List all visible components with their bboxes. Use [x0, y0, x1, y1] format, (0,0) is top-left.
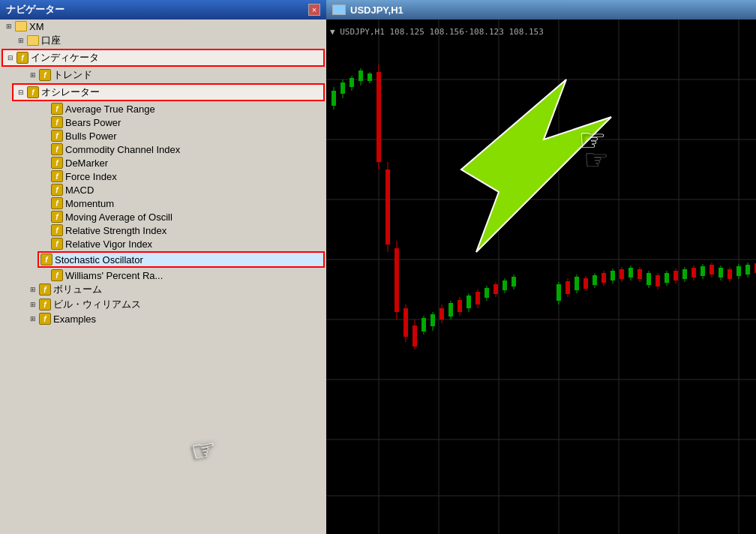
expand-icon-billwilliams: ⊞ [27, 298, 39, 310]
svg-rect-96 [718, 268, 723, 278]
item-label-rvi: Relative Vigor Index [65, 238, 152, 250]
tree-label-volume: ボリューム [53, 283, 102, 296]
navigator-titlebar: ナビゲーター × [0, 0, 326, 20]
list-item[interactable]: f Relative Strength Index [0, 224, 326, 237]
list-item[interactable]: f MACD [0, 183, 326, 196]
chart-icon [332, 4, 346, 15]
expand-icon-trend: ⊞ [27, 69, 39, 81]
tree-item-indicator[interactable]: ⊟ f インディケータ [2, 49, 325, 67]
stochastic-func-icon: f [40, 254, 52, 266]
item-func-icon: f [51, 197, 63, 209]
list-item[interactable]: f Momentum [0, 196, 326, 210]
list-item[interactable]: f Moving Average of Oscill [0, 210, 326, 224]
tree-label-billwilliams: ビル・ウィリアムス [53, 298, 141, 311]
svg-rect-18 [332, 91, 336, 106]
tree-label-xm: XM [29, 21, 44, 32]
list-item[interactable]: f Relative Vigor Index [0, 237, 326, 250]
item-label-mao: Moving Average of Oscill [65, 212, 172, 223]
svg-rect-38 [422, 318, 426, 332]
expand-icon-indicator: ⊟ [4, 52, 16, 64]
svg-rect-40 [430, 314, 435, 326]
svg-rect-42 [440, 308, 444, 320]
navigator-panel: ナビゲーター × ⊞ XM ⊞ 口座 ⊟ f インディケータ ⊞ f トレンド [0, 0, 326, 534]
tree-label-trend: トレンド [53, 68, 92, 82]
tree-item-oscillator[interactable]: ⊟ f オシレーター [12, 83, 325, 101]
svg-rect-56 [502, 280, 507, 290]
list-item[interactable]: f Bears Power [0, 116, 326, 129]
svg-rect-32 [394, 248, 399, 312]
svg-rect-92 [700, 266, 705, 276]
folder-icon-xm [15, 21, 27, 32]
svg-rect-72 [610, 271, 615, 280]
item-label-rsi: Relative Strength Index [65, 225, 166, 236]
list-item[interactable]: f Average True Range [0, 102, 326, 116]
tree-label-oscillator: オシレーター [41, 86, 100, 99]
tree-label-account: 口座 [41, 34, 61, 47]
svg-rect-74 [620, 269, 624, 279]
svg-rect-62 [566, 281, 570, 294]
svg-text:▼ USDJPY,H1  108.125 108.156·1: ▼ USDJPY,H1 108.125 108.156·108.123 108.… [330, 27, 544, 37]
item-func-icon: f [51, 130, 63, 142]
item-func-icon: f [51, 103, 63, 115]
item-label-momentum: Momentum [65, 198, 114, 209]
tree-label-examples: Examples [53, 314, 96, 325]
tree-item-volume[interactable]: ⊞ f ボリューム [0, 282, 326, 297]
svg-rect-76 [628, 268, 633, 278]
tree-item-stochastic[interactable]: f Stochastic Oscillator [38, 251, 325, 268]
svg-rect-84 [664, 273, 669, 283]
list-item[interactable]: f Force Index [0, 170, 326, 183]
svg-rect-28 [376, 72, 381, 162]
svg-rect-24 [358, 70, 363, 81]
item-func-icon: f [51, 211, 63, 223]
expand-icon-oscillator: ⊟ [15, 86, 27, 98]
item-func-icon: f [51, 184, 63, 196]
chart-area[interactable]: ▼ USDJPY,H1 108.125 108.156·108.123 108.… [326, 20, 756, 534]
item-label-force: Force Index [65, 171, 117, 182]
list-item[interactable]: f DeMarker [0, 156, 326, 170]
item-label-bears: Bears Power [65, 117, 121, 128]
svg-rect-46 [458, 300, 462, 312]
svg-rect-58 [512, 277, 516, 286]
item-func-icon: f [51, 224, 63, 236]
item-func-icon: f [51, 269, 63, 281]
expand-icon-xm: ⊞ [3, 20, 15, 32]
svg-rect-94 [710, 265, 714, 274]
svg-rect-80 [646, 273, 651, 285]
tree-item-billwilliams[interactable]: ⊞ f ビル・ウィリアムス [0, 297, 326, 312]
svg-rect-22 [350, 78, 354, 87]
navigator-close-button[interactable]: × [308, 4, 320, 16]
svg-rect-100 [736, 266, 741, 276]
tree-item-trend[interactable]: ⊞ f トレンド [0, 68, 326, 82]
volume-func-icon: f [39, 284, 51, 296]
item-func-icon: f [51, 157, 63, 169]
tree-item-account[interactable]: ⊞ 口座 [0, 33, 326, 48]
svg-rect-36 [412, 326, 417, 346]
expand-icon-volume: ⊞ [27, 284, 39, 296]
list-item[interactable]: f Bulls Power [0, 129, 326, 142]
item-func-icon: f [51, 143, 63, 155]
list-item[interactable]: f Williams' Percent Ra... [0, 268, 326, 282]
svg-rect-102 [746, 265, 750, 274]
item-label-atr: Average True Range [65, 104, 155, 115]
item-label-williams: Williams' Percent Ra... [65, 270, 163, 281]
svg-rect-20 [340, 82, 345, 94]
tree-label-indicator: インディケータ [31, 51, 99, 64]
tree-item-xm[interactable]: ⊞ XM [0, 20, 326, 33]
item-label-cci: Commodity Channel Index [65, 144, 180, 155]
svg-rect-86 [674, 271, 678, 280]
indicator-func-icon: f [16, 52, 28, 64]
chart-titlebar: USDJPY,H1 [326, 0, 756, 20]
folder-icon-account [27, 35, 39, 46]
item-label-stochastic: Stochastic Oscillator [55, 254, 143, 266]
item-label-bulls: Bulls Power [65, 130, 117, 142]
svg-rect-98 [728, 269, 732, 279]
svg-rect-90 [692, 268, 696, 278]
svg-rect-68 [592, 275, 597, 285]
navigator-title: ナビゲーター [6, 3, 64, 16]
svg-rect-78 [638, 269, 642, 279]
svg-rect-82 [656, 275, 660, 286]
tree-item-examples[interactable]: ⊞ f Examples [0, 312, 326, 326]
navigator-tree[interactable]: ⊞ XM ⊞ 口座 ⊟ f インディケータ ⊞ f トレンド ⊟ f オシレータ… [0, 20, 326, 356]
item-label-demarker: DeMarker [65, 158, 108, 169]
list-item[interactable]: f Commodity Channel Index [0, 142, 326, 156]
